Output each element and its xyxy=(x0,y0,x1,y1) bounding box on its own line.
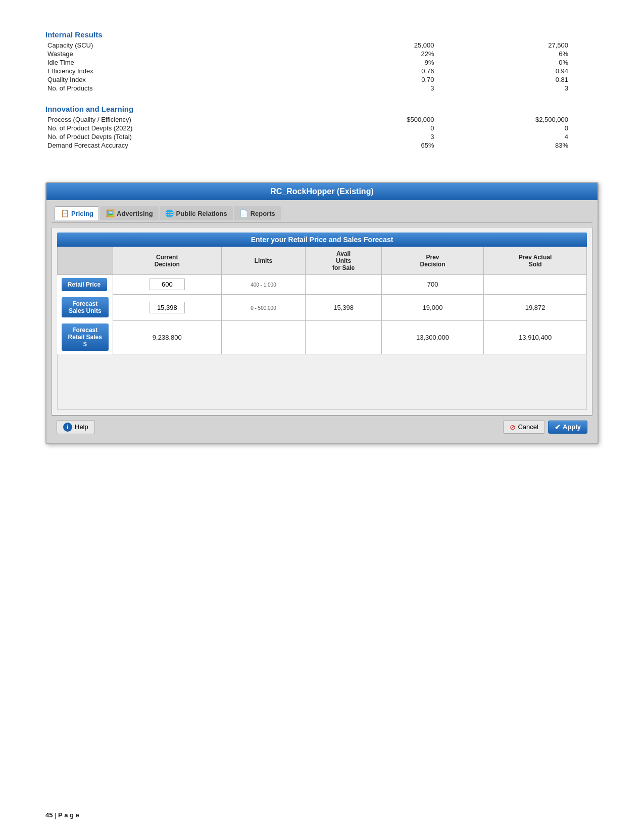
cancel-label: Cancel xyxy=(518,423,538,431)
col-limits-header: Limits xyxy=(221,247,306,275)
row-col2: 6% xyxy=(465,50,599,58)
row-col2: 0.81 xyxy=(465,75,599,84)
row-col1: 0.70 xyxy=(330,75,464,84)
prev-decision-cell: 700 xyxy=(381,275,483,295)
row-label: Wastage xyxy=(45,50,330,58)
row-label-btn-0[interactable]: Retail Price xyxy=(62,278,107,291)
row-label-btn-1[interactable]: Forecast Sales Units xyxy=(62,297,109,317)
row-col1: 65% xyxy=(330,141,464,150)
limits-cell: 400 - 1,000 xyxy=(221,275,306,295)
prev-actual-cell: 19,872 xyxy=(484,294,587,320)
current-decision-input-0[interactable] xyxy=(150,279,185,290)
row-label: Demand Forecast Accuracy xyxy=(45,141,330,150)
row-label: No. of Product Devpts (Total) xyxy=(45,132,330,141)
limits-cell: 0 - 500,000 xyxy=(221,294,306,320)
innovation-table: Process (Quality / Efficiency) $500,000 … xyxy=(45,115,599,150)
pricing-icon: 📋 xyxy=(60,209,69,218)
dialog: RC_RockHopper (Existing) 📋 Pricing 🖼️ Ad… xyxy=(45,182,599,444)
row-col2: 4 xyxy=(465,132,599,141)
row-col1: 3 xyxy=(330,132,464,141)
internal-results-section: Internal Results Capacity (SCU) 25,000 2… xyxy=(45,30,599,92)
table-row: Quality Index 0.70 0.81 xyxy=(45,75,599,84)
col-prev-actual-header: Prev ActualSold xyxy=(484,247,587,275)
tab-advertising[interactable]: 🖼️ Advertising xyxy=(100,206,159,220)
innovation-title: Innovation and Learning xyxy=(45,105,599,113)
tabs-bar: 📋 Pricing 🖼️ Advertising 🌐 Public Relati… xyxy=(52,204,592,223)
label-cell: Forecast Sales Units xyxy=(58,294,113,320)
pricing-grid: CurrentDecision Limits AvailUnitsfor Sal… xyxy=(57,247,587,354)
help-button[interactable]: i Help xyxy=(57,420,95,434)
table-row: Forecast Sales Units0 - 500,00015,39819,… xyxy=(58,294,587,320)
advertising-icon: 🖼️ xyxy=(106,209,115,218)
table-row: Efficiency Index 0.76 0.94 xyxy=(45,67,599,75)
table-row: No. of Product Devpts (Total) 3 4 xyxy=(45,132,599,141)
row-label: Efficiency Index xyxy=(45,67,330,75)
row-label-btn-2[interactable]: Forecast Retail Sales $ xyxy=(62,323,109,351)
help-icon: i xyxy=(63,423,72,432)
public-relations-icon: 🌐 xyxy=(165,209,174,218)
content-area: Enter your Retail Price and Sales Foreca… xyxy=(52,227,592,415)
row-col1: 0 xyxy=(330,124,464,132)
avail-units-cell: 15,398 xyxy=(306,294,381,320)
tab-public-relations[interactable]: 🌐 Public Relations xyxy=(160,206,233,220)
page-label: P a g e xyxy=(58,811,79,819)
row-label: Process (Quality / Efficiency) xyxy=(45,115,330,124)
tab-pricing-label: Pricing xyxy=(71,210,93,217)
tab-public-relations-label: Public Relations xyxy=(176,210,227,217)
apply-label: Apply xyxy=(563,423,581,431)
current-decision-cell: 9,238,800 xyxy=(113,320,222,354)
row-col1: 25,000 xyxy=(330,41,464,50)
tab-reports[interactable]: 📄 Reports xyxy=(234,206,281,220)
col-label-header xyxy=(58,247,113,275)
apply-icon: ✔ xyxy=(555,423,561,431)
tab-pricing[interactable]: 📋 Pricing xyxy=(55,206,99,220)
tab-advertising-label: Advertising xyxy=(117,210,153,217)
label-cell: Forecast Retail Sales $ xyxy=(58,320,113,354)
avail-units-cell xyxy=(306,320,381,354)
row-label: No. of Products xyxy=(45,84,330,92)
tab-reports-label: Reports xyxy=(251,210,275,217)
row-col2: 27,500 xyxy=(465,41,599,50)
current-decision-cell[interactable] xyxy=(113,275,222,295)
row-col2: 83% xyxy=(465,141,599,150)
sub-header: Enter your Retail Price and Sales Foreca… xyxy=(57,233,587,247)
table-row: Idle Time 9% 0% xyxy=(45,58,599,67)
table-row: Wastage 22% 6% xyxy=(45,50,599,58)
table-row: No. of Products 3 3 xyxy=(45,84,599,92)
current-decision-input-1[interactable] xyxy=(150,302,185,313)
limits-text: 400 - 1,000 xyxy=(251,282,276,288)
label-cell: Retail Price xyxy=(58,275,113,295)
prev-decision-cell: 13,300,000 xyxy=(381,320,483,354)
row-col1: 9% xyxy=(330,58,464,67)
row-label: Capacity (SCU) xyxy=(45,41,330,50)
dialog-wrapper: RC_RockHopper (Existing) 📋 Pricing 🖼️ Ad… xyxy=(0,162,644,444)
col-prev-decision-header: PrevDecision xyxy=(381,247,483,275)
row-col2: 0.94 xyxy=(465,67,599,75)
row-label: Idle Time xyxy=(45,58,330,67)
cancel-button[interactable]: ⊘ Cancel xyxy=(503,421,544,434)
col-avail-units-header: AvailUnitsfor Sale xyxy=(306,247,381,275)
page-footer: 45 | P a g e xyxy=(45,808,599,819)
prev-actual-cell xyxy=(484,275,587,295)
table-row: Demand Forecast Accuracy 65% 83% xyxy=(45,141,599,150)
table-row: No. of Product Devpts (2022) 0 0 xyxy=(45,124,599,132)
row-col1: $500,000 xyxy=(330,115,464,124)
reports-icon: 📄 xyxy=(239,209,249,218)
table-row: Capacity (SCU) 25,000 27,500 xyxy=(45,41,599,50)
footer-right: ⊘ Cancel ✔ Apply xyxy=(503,421,587,434)
table-row: Process (Quality / Efficiency) $500,000 … xyxy=(45,115,599,124)
innovation-section: Innovation and Learning Process (Quality… xyxy=(45,105,599,150)
page-number: 45 xyxy=(45,811,53,819)
row-col2: $2,500,000 xyxy=(465,115,599,124)
internal-results-title: Internal Results xyxy=(45,30,599,39)
empty-area xyxy=(57,354,587,410)
apply-button[interactable]: ✔ Apply xyxy=(548,421,587,434)
avail-units-cell xyxy=(306,275,381,295)
limits-cell xyxy=(221,320,306,354)
row-col1: 0.76 xyxy=(330,67,464,75)
row-col2: 0 xyxy=(465,124,599,132)
limits-text: 0 - 500,000 xyxy=(251,305,276,311)
table-row: Retail Price400 - 1,000700 xyxy=(58,275,587,295)
current-decision-cell[interactable] xyxy=(113,294,222,320)
row-col1: 3 xyxy=(330,84,464,92)
